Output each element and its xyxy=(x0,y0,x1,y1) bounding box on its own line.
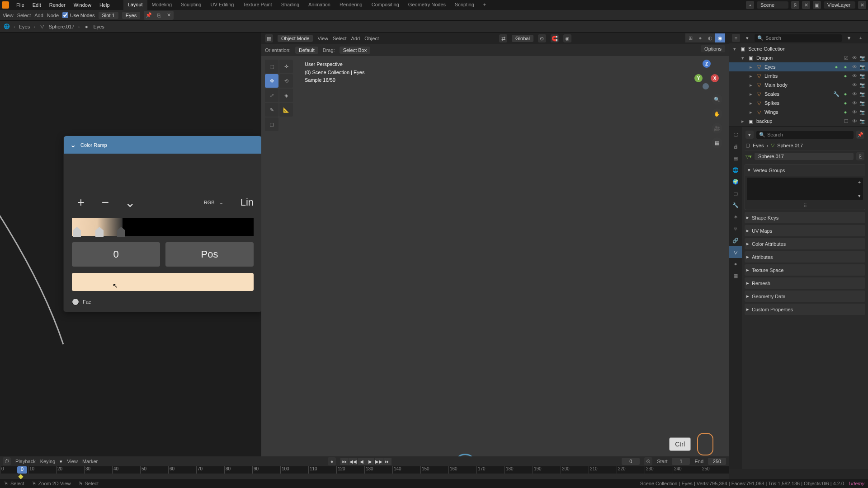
chevron-down-icon[interactable]: ▾ xyxy=(60,459,62,465)
render-icon[interactable]: 📷 xyxy=(859,108,866,116)
bc-mesh[interactable]: Sphere.017 xyxy=(49,24,75,29)
menu-render[interactable]: Render xyxy=(46,1,69,9)
tab-uv[interactable]: UV Editing xyxy=(206,0,238,10)
ramp-interp-label[interactable]: Lin xyxy=(241,197,254,208)
ramp-pos-field[interactable]: Pos xyxy=(165,242,254,267)
play-reverse-button[interactable]: ◀ xyxy=(358,458,366,465)
select-tool[interactable]: ⬚ xyxy=(265,60,278,73)
tab-rendering[interactable]: Rendering xyxy=(335,0,367,10)
tl-view[interactable]: View xyxy=(67,459,78,464)
tree-object-wings[interactable]: ▸ ▽ Wings ● 👁📷 xyxy=(729,108,868,117)
eye-icon[interactable]: 👁 xyxy=(851,72,858,80)
expand-icon[interactable]: ▸ xyxy=(748,91,754,97)
preview-range-icon[interactable]: ⏲ xyxy=(644,457,652,465)
viewlayer-icon[interactable]: ▣ xyxy=(813,1,821,9)
proptab-viewlayer[interactable]: ▤ xyxy=(729,152,742,164)
pin-icon[interactable]: 📌 xyxy=(856,131,864,139)
vertex-group-list[interactable]: + ▾ xyxy=(747,178,863,200)
transform-tool[interactable]: ◈ xyxy=(279,89,293,102)
mesh-browse-icon[interactable]: ⎘ xyxy=(856,152,864,160)
ramp-menu-button[interactable]: ⌄ xyxy=(121,193,139,211)
pin-icon[interactable]: 📌 xyxy=(144,11,154,20)
ramp-add-stop-button[interactable]: + xyxy=(72,193,90,211)
render-icon[interactable]: 📷 xyxy=(859,54,866,61)
proptab-modifiers[interactable]: 🔧 xyxy=(729,199,742,211)
fac-input-socket[interactable] xyxy=(72,298,79,305)
ramp-color-swatch[interactable]: ↖ xyxy=(72,273,254,291)
expand-icon[interactable]: ▸ xyxy=(748,82,754,88)
render-icon[interactable]: 📷 xyxy=(859,81,866,89)
timeline-ruler[interactable]: 0 01020304050607080901001101201301401501… xyxy=(0,466,729,474)
use-nodes-checkbox[interactable]: Use Nodes xyxy=(62,12,94,18)
transform-orientation-icon[interactable]: ⇄ xyxy=(499,34,507,42)
proportional-icon[interactable]: ◉ xyxy=(563,34,571,42)
scene-del-icon[interactable]: ✕ xyxy=(802,1,810,9)
orientation-default[interactable]: Default xyxy=(295,47,318,54)
timeline-track[interactable] xyxy=(0,474,729,479)
tree-object-mainbody[interactable]: ▸ ▽ Main body 👁📷 xyxy=(729,80,868,89)
jump-start-button[interactable]: ⏮ xyxy=(340,458,349,465)
tab-modeling[interactable]: Modeling xyxy=(147,0,177,10)
section-texture-space[interactable]: ▸Texture Space xyxy=(745,264,865,276)
prev-key-button[interactable]: ◀◀ xyxy=(349,458,357,465)
tl-marker[interactable]: Marker xyxy=(82,459,98,464)
section-shape-keys[interactable]: ▸Shape Keys xyxy=(745,212,865,223)
proptab-render[interactable]: 🖵 xyxy=(729,129,742,141)
mode-dropdown[interactable]: Object Mode xyxy=(278,35,313,42)
mesh-name-field[interactable]: Sphere.017 xyxy=(755,153,854,160)
list-resize-handle[interactable]: ⠿ xyxy=(745,202,865,210)
proptab-physics[interactable]: ⚛ xyxy=(729,223,742,235)
exclude-icon[interactable]: ☑ xyxy=(843,54,850,61)
navigation-gizmo[interactable]: Z Y X xyxy=(691,60,722,91)
vh-add[interactable]: Add xyxy=(351,36,360,41)
bc-object[interactable]: Eyes xyxy=(19,24,30,29)
proptab-material[interactable]: ● xyxy=(729,258,742,270)
scene-new-icon[interactable]: ⎘ xyxy=(791,1,799,9)
render-icon[interactable]: 📷 xyxy=(859,99,866,107)
perspective-icon[interactable]: ▦ xyxy=(712,137,722,148)
viewlayer-field[interactable]: ViewLayer xyxy=(824,1,855,9)
shading-solid[interactable]: ● xyxy=(695,33,705,42)
section-vertex-groups[interactable]: ▾Vertex Groups xyxy=(745,164,865,176)
pan-icon[interactable]: ✋ xyxy=(712,108,722,119)
timeline-type-icon[interactable]: ⏱ xyxy=(3,457,11,465)
menu-edit[interactable]: Edit xyxy=(29,1,45,9)
vh-object[interactable]: Object xyxy=(364,36,379,41)
3d-viewport[interactable]: ▦ Object Mode View Select Add Object ⇄ G… xyxy=(261,33,729,469)
drag-selectbox[interactable]: Select Box xyxy=(340,47,371,54)
proptab-data[interactable]: ▽ xyxy=(729,246,742,258)
material-field[interactable]: Eyes xyxy=(122,12,140,19)
play-button[interactable]: ▶ xyxy=(366,458,374,465)
current-frame-field[interactable]: 0 xyxy=(622,458,640,465)
bc-mesh[interactable]: Sphere.017 xyxy=(777,143,803,148)
menu-window[interactable]: Window xyxy=(70,1,95,9)
eye-icon[interactable]: 👁 xyxy=(851,117,858,125)
tl-keying[interactable]: Keying xyxy=(40,459,56,464)
tab-scripting[interactable]: Scripting xyxy=(450,0,479,10)
tab-shading[interactable]: Shading xyxy=(277,0,304,10)
slot-field[interactable]: Slot 1 xyxy=(99,12,118,19)
menu-file[interactable]: File xyxy=(13,1,28,9)
color-ramp-gradient[interactable] xyxy=(72,218,254,236)
section-geometry-data[interactable]: ▸Geometry Data xyxy=(745,291,865,302)
tab-add[interactable]: + xyxy=(479,0,491,10)
render-icon[interactable]: 📷 xyxy=(859,72,866,80)
node-header[interactable]: ⌄ Color Ramp xyxy=(64,136,261,154)
options-button[interactable]: Options xyxy=(701,45,725,52)
eye-icon[interactable]: 👁 xyxy=(851,99,858,107)
eye-icon[interactable]: 👁 xyxy=(851,81,858,89)
tab-compositing[interactable]: Compositing xyxy=(367,0,404,10)
nh-add[interactable]: Add xyxy=(34,13,43,18)
tree-scene-collection[interactable]: ▾ ▣ Scene Collection xyxy=(729,44,868,53)
shading-matprev[interactable]: ◐ xyxy=(705,33,715,42)
tab-layout[interactable]: Layout xyxy=(123,0,147,10)
rotate-tool[interactable]: ⟲ xyxy=(279,74,293,88)
outliner-search[interactable]: 🔍 Search xyxy=(755,34,842,42)
render-icon[interactable]: 📷 xyxy=(859,63,866,70)
render-icon[interactable]: 📷 xyxy=(859,117,866,125)
tree-collection-dragon[interactable]: ▾ ▣ Dragon ☑👁📷 xyxy=(729,53,868,62)
gizmo-z-axis[interactable]: Z xyxy=(703,60,711,68)
section-custom-properties[interactable]: ▸Custom Properties xyxy=(745,304,865,315)
eye-icon[interactable]: 👁 xyxy=(851,90,858,98)
proptab-scene[interactable]: 🌐 xyxy=(729,164,742,176)
